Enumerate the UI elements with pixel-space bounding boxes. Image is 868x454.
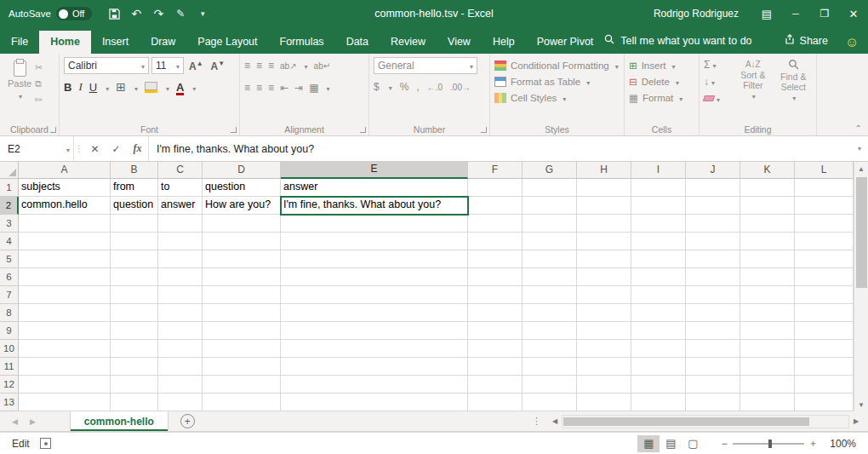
ribbon-display-options-icon[interactable]: [752, 0, 781, 27]
tab-draw[interactable]: Draw: [140, 31, 186, 54]
column-header-K[interactable]: K: [740, 162, 795, 179]
scroll-down-icon[interactable]: [854, 398, 868, 411]
cell-B10[interactable]: [111, 340, 158, 358]
column-header-J[interactable]: J: [686, 162, 740, 179]
row-header-3[interactable]: 3: [0, 215, 19, 233]
horizontal-scrollbar[interactable]: [548, 415, 863, 428]
insert-cells-button[interactable]: Insert: [629, 57, 694, 73]
page-layout-view-icon[interactable]: [660, 435, 682, 452]
formula-bar-drag-handle[interactable]: [74, 136, 84, 161]
cell-I1[interactable]: [631, 179, 686, 197]
decrease-font-size-button[interactable]: A▼: [208, 60, 228, 72]
underline-chevron-icon[interactable]: [104, 81, 109, 94]
percent-style-button[interactable]: %: [400, 81, 409, 93]
cell-A4[interactable]: [19, 233, 111, 250]
cell-G9[interactable]: [523, 322, 577, 340]
cell-F13[interactable]: [468, 394, 523, 411]
cell-E8[interactable]: [281, 304, 468, 322]
orientation-button[interactable]: [280, 60, 297, 72]
decrease-decimal-button[interactable]: [450, 81, 471, 93]
cell-L2[interactable]: [795, 197, 854, 215]
customize-toolbar-chevron-icon[interactable]: [192, 3, 213, 24]
sheet-bar-splitter-icon[interactable]: [532, 416, 541, 427]
cell-D6[interactable]: [203, 268, 281, 286]
column-header-D[interactable]: D: [203, 162, 281, 179]
scroll-right-icon[interactable]: [849, 417, 863, 425]
format-as-table-button[interactable]: Format as Table: [494, 73, 620, 89]
row-header-1[interactable]: 1: [0, 179, 19, 197]
paste-button[interactable]: Paste: [4, 57, 35, 123]
cell-E7[interactable]: [281, 286, 468, 304]
scroll-up-icon[interactable]: [854, 162, 868, 175]
cell-I2[interactable]: [631, 197, 686, 215]
cell-G2[interactable]: [523, 197, 577, 215]
tab-review[interactable]: Review: [380, 31, 437, 54]
autosave-pill[interactable]: Off: [56, 7, 92, 20]
user-name[interactable]: Rodrigo Rodriguez: [654, 8, 739, 20]
cell-J13[interactable]: [686, 394, 740, 411]
align-center-button[interactable]: [256, 82, 262, 94]
cell-E5[interactable]: [281, 250, 468, 268]
cell-F4[interactable]: [468, 233, 523, 250]
cell-K9[interactable]: [740, 322, 795, 340]
cell-B2[interactable]: question: [111, 197, 158, 215]
row-header-12[interactable]: 12: [0, 376, 19, 394]
cell-L9[interactable]: [795, 322, 854, 340]
cell-B6[interactable]: [111, 268, 158, 286]
cell-D9[interactable]: [203, 322, 281, 340]
cell-B4[interactable]: [111, 233, 158, 250]
cell-L6[interactable]: [795, 268, 854, 286]
cell-A9[interactable]: [19, 322, 111, 340]
cell-styles-button[interactable]: Cell Styles: [494, 89, 620, 106]
cell-H1[interactable]: [577, 179, 631, 197]
tab-home[interactable]: Home: [39, 31, 91, 54]
cell-K11[interactable]: [740, 358, 795, 376]
cancel-edit-icon[interactable]: [84, 136, 106, 161]
cell-F3[interactable]: [468, 215, 523, 233]
cell-H10[interactable]: [577, 340, 631, 358]
tab-file[interactable]: File: [0, 31, 39, 54]
increase-decimal-button[interactable]: [427, 81, 443, 93]
cell-J8[interactable]: [686, 304, 740, 322]
align-middle-button[interactable]: [256, 60, 262, 72]
cell-J10[interactable]: [686, 340, 740, 358]
cell-G4[interactable]: [523, 233, 577, 250]
cell-D11[interactable]: [203, 358, 281, 376]
column-header-H[interactable]: H: [577, 162, 631, 179]
cell-J6[interactable]: [686, 268, 740, 286]
align-bottom-button[interactable]: [268, 60, 274, 72]
cell-E2[interactable]: I'm fine, thanks. What about you?: [281, 197, 468, 215]
clear-button[interactable]: [704, 91, 731, 106]
vertical-scrollbar[interactable]: [854, 162, 868, 411]
cell-A6[interactable]: [19, 268, 111, 286]
cell-G11[interactable]: [523, 358, 577, 376]
cell-K13[interactable]: [740, 394, 795, 411]
cell-G13[interactable]: [523, 394, 577, 411]
vertical-scroll-thumb[interactable]: [856, 177, 867, 288]
cell-D2[interactable]: How are you?: [203, 197, 281, 215]
font-dialog-launcher-icon[interactable]: [231, 127, 237, 133]
cell-E11[interactable]: [281, 358, 468, 376]
row-header-7[interactable]: 7: [0, 286, 19, 304]
cell-C1[interactable]: to: [158, 179, 203, 197]
cell-G8[interactable]: [523, 304, 577, 322]
align-right-button[interactable]: [268, 82, 274, 94]
save-icon[interactable]: [104, 3, 124, 24]
decrease-indent-button[interactable]: [280, 82, 288, 94]
delete-cells-button[interactable]: Delete: [629, 73, 694, 89]
cell-I3[interactable]: [631, 215, 686, 233]
cell-C11[interactable]: [158, 358, 203, 376]
cell-D12[interactable]: [203, 376, 281, 394]
tab-power-pivot[interactable]: Power Pivot: [526, 31, 605, 54]
cell-E12[interactable]: [281, 376, 468, 394]
italic-button[interactable]: I: [78, 80, 82, 94]
cell-B8[interactable]: [111, 304, 158, 322]
cell-D1[interactable]: question: [203, 179, 281, 197]
cell-K12[interactable]: [740, 376, 795, 394]
font-color-chevron-icon[interactable]: [191, 81, 196, 94]
horizontal-scroll-track[interactable]: [562, 415, 849, 428]
number-format-combo[interactable]: General: [374, 57, 477, 74]
tab-data[interactable]: Data: [335, 31, 380, 54]
format-painter-button[interactable]: [35, 94, 43, 106]
autosave-toggle[interactable]: AutoSave Off: [9, 7, 92, 20]
